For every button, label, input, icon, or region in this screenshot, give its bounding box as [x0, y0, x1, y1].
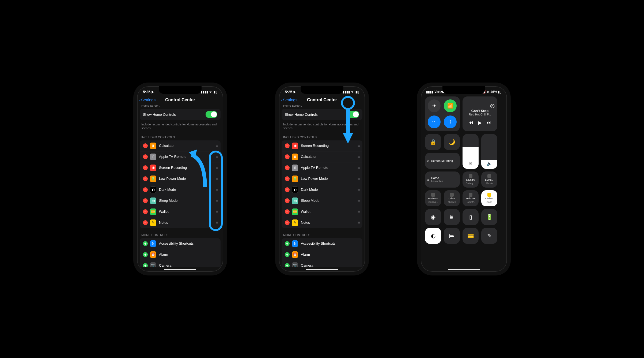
drag-handle-icon[interactable]: ≡ — [358, 176, 359, 181]
screen-recording-button[interactable]: ◉ — [425, 209, 441, 225]
bluetooth-button[interactable]: ᛒ — [444, 115, 457, 128]
battery-icon: ▮▯ — [214, 90, 217, 94]
remove-button[interactable]: – — [285, 165, 290, 170]
control-row[interactable]: – 💳 Wallet ≡ — [282, 206, 362, 217]
home-favorites-tile[interactable]: ⌂ HomeFavorites — [425, 171, 460, 188]
control-row[interactable]: – ◐ Dark Mode ≡ — [282, 184, 362, 195]
location-icon: ➤ — [293, 90, 296, 94]
drag-handle-icon[interactable]: ≡ — [216, 143, 217, 148]
remove-button[interactable]: – — [285, 220, 290, 225]
control-row[interactable]: + ♿︎ Accessibility Shortcuts — [282, 238, 362, 249]
drag-handle-icon[interactable]: ≡ — [216, 209, 217, 214]
control-center[interactable]: ▮▮▮▮ Verizon ᯤ ⏰ ➤ 46% ▮▯ ✈︎ 📶 ᯤ ᛒ ◎ Can… — [421, 86, 507, 261]
remove-button[interactable]: – — [285, 187, 290, 192]
notes-button[interactable]: ✎ — [481, 228, 497, 244]
remove-button[interactable]: – — [143, 143, 148, 148]
connectivity-tile[interactable]: ✈︎ 📶 ᯤ ᛒ — [425, 96, 460, 131]
low-power-mode-button[interactable]: 🔋 — [481, 209, 497, 225]
drag-handle-icon[interactable]: ≡ — [358, 220, 359, 225]
remove-button[interactable]: – — [285, 154, 290, 159]
orientation-lock-button[interactable]: 🔒 — [425, 134, 441, 150]
remove-button[interactable]: – — [143, 176, 148, 181]
remove-button[interactable]: – — [143, 220, 148, 225]
control-row[interactable]: – 🖩 Calculator ≡ — [282, 151, 362, 162]
drag-handle-icon[interactable]: ≡ — [216, 165, 217, 170]
control-row[interactable]: – 🛏 Sleep Mode ≡ — [282, 195, 362, 206]
drag-handle-icon[interactable]: ≡ — [216, 220, 217, 225]
apple-tv-remote-button[interactable]: ▯ — [463, 209, 479, 225]
do-not-disturb-button[interactable]: 🌙 — [444, 134, 460, 150]
forward-button[interactable]: ⏭ — [487, 120, 491, 126]
brightness-slider[interactable]: ☀︎ — [463, 134, 479, 169]
home-accessory-tile-on[interactable]: KitchenCans — [481, 190, 497, 206]
cellular-data-button[interactable]: 📶 — [444, 99, 457, 112]
home-indicator[interactable] — [164, 269, 196, 270]
control-row[interactable]: + ⏰ Alarm — [282, 249, 362, 260]
add-button[interactable]: + — [285, 263, 290, 267]
add-button[interactable]: + — [285, 252, 290, 257]
control-row[interactable]: + ♿︎ Accessibility Shortcuts — [140, 238, 221, 249]
remove-button[interactable]: – — [143, 187, 148, 192]
add-button[interactable]: + — [285, 241, 290, 246]
control-row[interactable]: – 🛏 Sleep Mode ≡ — [140, 195, 221, 206]
drag-handle-icon[interactable]: ≡ — [216, 198, 217, 203]
add-button[interactable]: + — [143, 263, 148, 267]
calculator-button[interactable]: 🖩 — [444, 209, 460, 225]
home-indicator[interactable] — [306, 269, 338, 270]
play-button[interactable]: ▶ — [478, 120, 482, 126]
control-row[interactable]: – 🔋 Low Power Mode ≡ — [282, 173, 362, 184]
rewind-button[interactable]: ⏮ — [468, 120, 473, 126]
home-accessory-tile[interactable]: OfficeShapes — [444, 190, 460, 206]
drag-handle-icon[interactable]: ≡ — [358, 143, 359, 148]
control-row[interactable]: + 📷 Camera — [282, 260, 362, 267]
drag-handle-icon[interactable]: ≡ — [358, 154, 359, 159]
back-button[interactable]: ‹Settings — [281, 98, 297, 102]
drag-handle-icon[interactable]: ≡ — [358, 198, 359, 203]
wallet-button[interactable]: 💳 — [463, 228, 479, 244]
app-icon: ◐ — [292, 187, 298, 193]
toggle-on[interactable] — [206, 111, 217, 118]
status-time: 5:25 — [143, 90, 150, 94]
home-indicator[interactable] — [448, 269, 480, 270]
drag-handle-icon[interactable]: ≡ — [216, 187, 217, 192]
home-accessory-tile[interactable]: Living...Abode — [481, 171, 497, 188]
control-row[interactable]: + ⏰ Alarm — [140, 249, 221, 260]
back-button[interactable]: ‹Settings — [139, 98, 156, 102]
control-row[interactable]: – ▯ Apple TV Remote ≡ — [282, 162, 362, 173]
drag-handle-icon[interactable]: ≡ — [216, 154, 217, 159]
control-row[interactable]: + 📷 Camera — [140, 260, 221, 267]
remove-button[interactable]: – — [285, 176, 290, 181]
control-row[interactable]: – ✎ Notes ≡ — [282, 217, 362, 228]
dark-mode-button[interactable]: ◐ — [425, 228, 441, 244]
add-button[interactable]: + — [143, 241, 148, 246]
volume-slider[interactable]: 🔈 — [481, 134, 497, 169]
drag-handle-icon[interactable]: ≡ — [358, 165, 359, 170]
remove-button[interactable]: – — [143, 198, 148, 203]
screen-mirroring-button[interactable]: ⎚ Screen Mirroring — [425, 153, 460, 169]
airplane-mode-button[interactable]: ✈︎ — [428, 99, 441, 112]
control-label: Dark Mode — [159, 188, 176, 192]
control-row[interactable]: – 💳 Wallet ≡ — [140, 206, 221, 217]
drag-handle-icon[interactable]: ≡ — [358, 209, 359, 214]
remove-button[interactable]: – — [143, 165, 148, 170]
remove-button[interactable]: – — [285, 209, 290, 214]
remove-button[interactable]: – — [143, 209, 148, 214]
show-home-controls-row[interactable]: Show Home Controls — [140, 109, 221, 120]
remove-button[interactable]: – — [285, 198, 290, 203]
wifi-button[interactable]: ᯤ — [428, 115, 441, 128]
drag-handle-icon[interactable]: ≡ — [358, 187, 359, 192]
media-tile[interactable]: ◎ Can't Stop Red Hot Chili P... ⏮ ▶ ⏭ — [463, 96, 497, 131]
home-accessory-tile[interactable]: BedroomCeiling... — [425, 190, 441, 206]
home-accessory-tile[interactable]: BedroomHomeP... — [463, 190, 479, 206]
add-button[interactable]: + — [143, 252, 148, 257]
app-icon: ✎ — [150, 219, 156, 226]
drag-handle-icon[interactable]: ≡ — [216, 176, 217, 181]
app-icon: 📷 — [150, 262, 156, 267]
control-row[interactable]: – ✎ Notes ≡ — [140, 217, 221, 228]
remove-button[interactable]: – — [143, 154, 148, 159]
remove-button[interactable]: – — [285, 143, 290, 148]
airplay-icon[interactable]: ◎ — [490, 102, 495, 109]
sleep-mode-button[interactable]: 🛏 — [444, 228, 460, 244]
phone-settings-after: 5:25➤ ▮▮▮▮ᯤ▮▯ ‹Settings Control Center H… — [275, 83, 369, 275]
home-accessory-tile[interactable]: LaundryBattery... — [463, 171, 479, 188]
